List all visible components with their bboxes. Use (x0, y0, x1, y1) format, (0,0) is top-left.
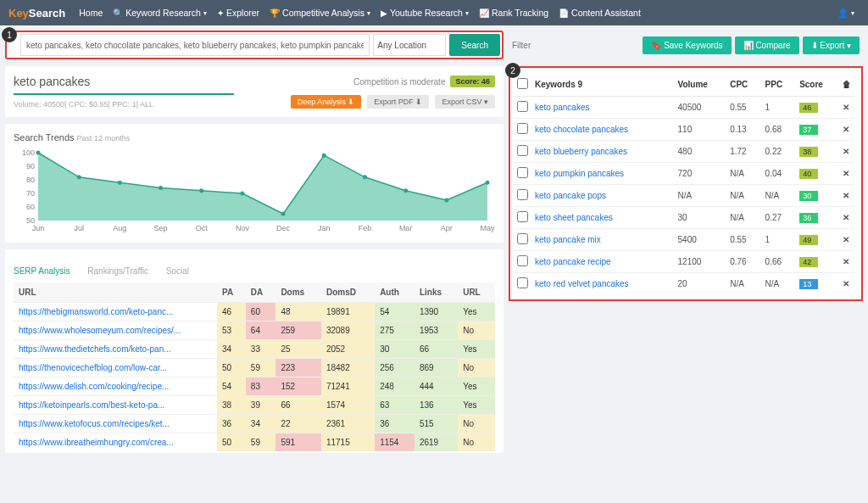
kw-volume: 40500 (675, 97, 727, 119)
row-checkbox[interactable] (517, 145, 528, 156)
delete-row-button[interactable]: ✕ (839, 141, 854, 163)
keyword-link[interactable]: keto chocolate pancakes (535, 125, 628, 134)
row-checkbox[interactable] (517, 255, 528, 266)
col-ppc[interactable]: PPC (762, 73, 797, 97)
col-url2[interactable]: URL (458, 282, 495, 303)
col-score[interactable]: Score (796, 73, 839, 97)
col-da[interactable]: DA (246, 282, 276, 303)
serp-url[interactable]: https://www.ketofocus.com/recipes/ket... (19, 419, 170, 428)
row-checkbox[interactable] (517, 233, 528, 244)
serp-panel: SERP Analysis Rankings/Traffic Social UR… (5, 249, 504, 453)
col-domsd[interactable]: DomsD (321, 282, 375, 303)
select-all-checkbox[interactable] (517, 78, 528, 89)
serp-da: 59 (246, 433, 276, 452)
serp-url2: Yes (458, 303, 495, 321)
serp-auth: 63 (375, 396, 415, 415)
user-menu[interactable]: 👤▾ (837, 8, 854, 19)
svg-point-12 (281, 212, 286, 216)
delete-row-button[interactable]: ✕ (839, 119, 854, 141)
serp-url[interactable]: https://www.ibreatheimhungry.com/crea... (19, 438, 174, 447)
nav-content-assistant[interactable]: 📄Content Assistant (559, 8, 641, 18)
location-select[interactable] (373, 34, 446, 56)
trash-icon[interactable]: 🗑 (839, 73, 854, 97)
kw-cpc: 1.72 (726, 141, 761, 163)
row-checkbox[interactable] (517, 123, 528, 134)
serp-url[interactable]: https://ketoinpearls.com/best-keto-pa... (19, 400, 164, 410)
kw-ppc: N/A (762, 185, 797, 207)
nav-rank-tracking[interactable]: 📈Rank Tracking (479, 8, 548, 18)
keyword-link[interactable]: keto pancake recipe (535, 257, 611, 266)
col-cpc[interactable]: CPC (726, 73, 761, 97)
serp-links: 1953 (415, 321, 458, 340)
svg-text:70: 70 (26, 189, 35, 198)
col-links[interactable]: Links (415, 282, 458, 303)
serp-url[interactable]: https://www.thedietchefs.com/keto-pan... (19, 344, 171, 354)
svg-text:Dec: Dec (276, 224, 291, 232)
row-checkbox[interactable] (517, 101, 528, 112)
delete-row-button[interactable]: ✕ (839, 163, 854, 185)
trophy-icon: 🏆 (270, 8, 280, 18)
serp-url[interactable]: https://www.wholesomeyum.com/recipes/... (19, 326, 181, 335)
serp-url2: Yes (458, 377, 495, 396)
export-csv-button[interactable]: Export CSV ▾ (435, 95, 495, 109)
serp-da: 60 (246, 303, 276, 321)
svg-point-16 (444, 198, 448, 203)
keyword-input[interactable] (20, 34, 370, 56)
serp-domsd: 2361 (321, 415, 375, 433)
col-pa[interactable]: PA (217, 282, 246, 303)
col-doms[interactable]: Doms (275, 282, 321, 303)
serp-auth: 1154 (375, 433, 415, 452)
youtube-icon: ▶ (381, 8, 387, 18)
col-keywords[interactable]: Keywords 9 (531, 73, 675, 97)
serp-url[interactable]: https://www.delish.com/cooking/recipe... (19, 382, 169, 391)
serp-links: 66 (415, 340, 458, 359)
keyword-link[interactable]: keto pancake mix (535, 235, 601, 244)
nav-youtube[interactable]: ▶Youtube Research▾ (381, 8, 469, 18)
nav-competitive[interactable]: 🏆Competitive Analysis▾ (270, 8, 370, 18)
col-auth[interactable]: Auth (375, 282, 415, 303)
tab-social[interactable]: Social (166, 266, 189, 276)
col-volume[interactable]: Volume (675, 73, 727, 97)
serp-url[interactable]: https://thebigmansworld.com/keto-panc... (19, 307, 173, 316)
keyword-link[interactable]: keto pancake pops (535, 191, 606, 200)
serp-url2: No (458, 415, 495, 433)
delete-row-button[interactable]: ✕ (839, 229, 854, 251)
keyword-title: keto pancakes (14, 75, 90, 88)
delete-row-button[interactable]: ✕ (839, 273, 854, 295)
export-button[interactable]: ⬇ Export ▾ (803, 36, 860, 54)
keyword-link[interactable]: keto pancakes (535, 103, 590, 112)
row-checkbox[interactable] (517, 189, 528, 200)
nav-explorer[interactable]: ✦Explorer (217, 8, 259, 18)
deep-analysis-button[interactable]: Deep Analysis ⬇ (291, 95, 362, 109)
keyword-link[interactable]: keto blueberry pancakes (535, 147, 627, 156)
row-checkbox[interactable] (517, 277, 528, 288)
serp-da: 83 (246, 377, 276, 396)
kw-ppc: 0.68 (762, 119, 797, 141)
serp-table: URL PA DA Doms DomsD Auth Links URL http… (14, 282, 495, 451)
svg-text:May: May (480, 224, 495, 232)
keyword-link[interactable]: keto pumpkin pancakes (535, 169, 624, 178)
delete-row-button[interactable]: ✕ (839, 251, 854, 273)
delete-row-button[interactable]: ✕ (839, 207, 854, 229)
keyword-link[interactable]: keto sheet pancakes (535, 213, 613, 222)
kw-volume: N/A (675, 185, 727, 207)
search-button[interactable]: Search (449, 34, 500, 56)
filter-input[interactable] (512, 41, 620, 50)
compare-button[interactable]: 📊 Compare (735, 36, 799, 54)
keyword-link[interactable]: keto red velvet pancakes (535, 279, 629, 288)
col-url[interactable]: URL (14, 282, 217, 303)
table-row: https://www.wholesomeyum.com/recipes/...… (14, 321, 495, 340)
tab-rankings[interactable]: Rankings/Traffic (87, 266, 148, 276)
export-pdf-button[interactable]: Export PDF ⬇ (367, 95, 429, 109)
kw-ppc: 1 (762, 229, 797, 251)
save-keywords-button[interactable]: 🔖 Save Keywords (643, 36, 731, 54)
serp-pa: 34 (217, 340, 246, 359)
nav-home[interactable]: Home (79, 8, 103, 18)
tab-serp[interactable]: SERP Analysis (14, 266, 70, 276)
serp-url[interactable]: https://thenovicechefblog.com/low-car... (19, 363, 167, 372)
nav-keyword-research[interactable]: 🔍Keyword Research▾ (113, 8, 207, 18)
delete-row-button[interactable]: ✕ (839, 97, 854, 119)
delete-row-button[interactable]: ✕ (839, 185, 854, 207)
row-checkbox[interactable] (517, 167, 528, 178)
row-checkbox[interactable] (517, 211, 528, 222)
